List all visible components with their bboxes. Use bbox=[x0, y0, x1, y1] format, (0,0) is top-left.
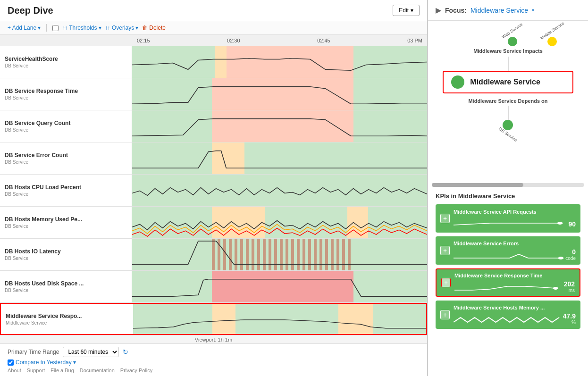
web-service-circle bbox=[508, 37, 517, 46]
footer-link-docs[interactable]: Documentation bbox=[80, 368, 115, 373]
time-label-2: 02:30 bbox=[227, 38, 240, 43]
depends-label: Middleware Service Depends on bbox=[468, 98, 547, 104]
compare-label: Compare to Yesterday bbox=[16, 359, 72, 366]
kpi-card-api-requests[interactable]: + Middleware Service API Requests 90 bbox=[436, 204, 580, 233]
focus-label: Focus: bbox=[445, 7, 467, 14]
lane-row: DB Hosts CPU Load Percent DB Service bbox=[0, 175, 427, 207]
range-select[interactable]: Last 60 minutes bbox=[63, 347, 119, 357]
divider bbox=[46, 24, 47, 32]
lane-label: DB Hosts CPU Load Percent DB Service bbox=[0, 175, 132, 206]
overlays-button[interactable]: ↑ ↑ Overlays ▾ bbox=[105, 25, 139, 31]
lane-name: Middleware Service Respo... bbox=[6, 313, 128, 319]
kpi-content: Middleware Service Errors 0 code bbox=[454, 241, 576, 261]
lane-sub: DB Service bbox=[5, 159, 127, 165]
lane-chart[interactable] bbox=[132, 110, 427, 142]
lane-label: DB Hosts Memory Used Pe... DB Service bbox=[0, 207, 132, 238]
header: Deep Dive Edit ▾ bbox=[0, 0, 427, 21]
lane-chart[interactable] bbox=[132, 239, 427, 270]
lane-chart[interactable] bbox=[132, 46, 427, 78]
lane-chart[interactable] bbox=[132, 142, 427, 174]
lane-row: DB Service Error Count DB Service bbox=[0, 142, 427, 175]
kpi-expand-button[interactable]: + bbox=[440, 246, 450, 255]
time-ruler-top: 02:15 02:30 02:45 03 PM bbox=[0, 35, 427, 46]
refresh-button[interactable]: ↻ bbox=[123, 348, 128, 356]
lane-chart[interactable] bbox=[132, 207, 427, 238]
focus-value[interactable]: Middleware Service bbox=[470, 7, 528, 14]
lane-chart[interactable] bbox=[132, 271, 427, 302]
kpi-content: Middleware Service Response Time 202 ms bbox=[454, 273, 575, 293]
delete-button[interactable]: 🗑 Delete bbox=[142, 25, 166, 31]
svg-point-4 bbox=[553, 287, 558, 290]
chart-area: 02:15 02:30 02:45 03 PM ServiceHealthSco… bbox=[0, 35, 427, 343]
scrollbar-thumb bbox=[432, 183, 523, 187]
lane-sub: DB Service bbox=[5, 224, 127, 229]
kpi-expand-button[interactable]: + bbox=[441, 278, 451, 287]
right-panel: ▶ Focus: Middleware Service ▾ Web Servic… bbox=[428, 0, 588, 376]
kpi-value-block: 90 bbox=[564, 220, 576, 228]
add-lane-button[interactable]: + Add Lane ▾ bbox=[8, 25, 41, 31]
lane-sub: DB Service bbox=[5, 95, 127, 100]
delete-label: Delete bbox=[149, 25, 166, 31]
kpi-name: Middleware Service Hosts Memory ... bbox=[454, 305, 576, 310]
kpi-card-memory[interactable]: + Middleware Service Hosts Memory ... 47… bbox=[436, 301, 580, 329]
trash-icon: 🗑 bbox=[142, 25, 148, 31]
footer-links: About Support File a Bug Documentation P… bbox=[8, 368, 420, 373]
lane-label: DB Service Query Count DB Service bbox=[0, 110, 132, 142]
kpi-unit: code bbox=[565, 256, 576, 261]
time-labels: 02:15 02:30 02:45 03 PM bbox=[132, 38, 427, 43]
main-service-label: Middleware Service bbox=[470, 78, 540, 86]
web-service-node[interactable]: Web Service bbox=[500, 28, 524, 46]
primary-range-row: Primary Time Range Last 60 minutes ↻ bbox=[8, 347, 420, 357]
kpi-value: 0 bbox=[569, 248, 576, 256]
focus-expand-icon[interactable]: ▶ bbox=[436, 6, 441, 15]
main-service-box[interactable]: Middleware Service bbox=[443, 71, 573, 93]
kpi-value-block: 0 code bbox=[565, 248, 576, 261]
time-label-3: 02:45 bbox=[317, 38, 330, 43]
scrollbar[interactable] bbox=[432, 183, 584, 187]
lane-sub: DB Service bbox=[5, 288, 127, 293]
lane-label: Middleware Service Respo... Middleware S… bbox=[1, 304, 133, 334]
kpi-value-area: 90 bbox=[454, 217, 576, 228]
compare-button[interactable]: Compare to Yesterday ▾ bbox=[16, 359, 76, 366]
kpi-sparkline bbox=[454, 250, 565, 261]
lane-label: DB Service Error Count DB Service bbox=[0, 142, 132, 174]
kpi-value-area: 47.9 % bbox=[454, 312, 576, 325]
lane-chart[interactable] bbox=[133, 304, 426, 334]
footer-link-support[interactable]: Support bbox=[27, 368, 45, 373]
footer-link-privacy[interactable]: Privacy Policy bbox=[120, 368, 152, 373]
lane-chart[interactable] bbox=[132, 175, 427, 206]
kpi-expand-button[interactable]: + bbox=[440, 214, 450, 223]
impacts-section: Web Service Mobile Service Middleware Se… bbox=[436, 28, 580, 57]
lane-row: DB Service Query Count DB Service bbox=[0, 110, 427, 142]
thresholds-button[interactable]: ↑ ↑ Thresholds ▾ bbox=[62, 25, 101, 31]
kpi-card-response-time[interactable]: + Middleware Service Response Time 202 m… bbox=[436, 268, 580, 297]
focus-chevron-icon[interactable]: ▾ bbox=[532, 8, 534, 13]
footer-link-bug[interactable]: File a Bug bbox=[50, 368, 74, 373]
time-label-1: 02:15 bbox=[137, 38, 150, 43]
lane-row: DB Hosts IO Latency DB Service bbox=[0, 239, 427, 271]
compare-checkbox[interactable] bbox=[8, 359, 14, 366]
lane-chart[interactable] bbox=[132, 78, 427, 110]
kpi-value: 47.9 bbox=[563, 312, 576, 320]
toolbar-row: ↑ ↑ Thresholds ▾ ↑ ↑ Overlays ▾ 🗑 Delete bbox=[52, 25, 166, 31]
lane-row: ServiceHealthScore DB Service bbox=[0, 46, 427, 78]
lane-label: DB Hosts Used Disk Space ... DB Service bbox=[0, 271, 132, 302]
select-all-checkbox[interactable] bbox=[52, 25, 59, 31]
footer-link-about[interactable]: About bbox=[8, 368, 21, 373]
db-service-node[interactable]: DB Service bbox=[497, 120, 519, 137]
edit-button[interactable]: Edit ▾ bbox=[393, 5, 420, 16]
kpi-value: 90 bbox=[568, 220, 576, 228]
chevron-down-icon: ▾ bbox=[73, 359, 76, 366]
kpi-expand-button[interactable]: + bbox=[440, 310, 450, 319]
kpi-card-errors[interactable]: + Middleware Service Errors 0 code bbox=[436, 236, 580, 265]
kpi-name: Middleware Service Response Time bbox=[454, 273, 575, 278]
kpis-title: KPIs in Middleware Service bbox=[436, 192, 580, 200]
viewport-label: Viewport: 1h 1m bbox=[0, 335, 427, 343]
svg-point-2 bbox=[557, 222, 563, 225]
kpi-content: Middleware Service API Requests 90 bbox=[454, 209, 576, 228]
compare-row: Compare to Yesterday ▾ bbox=[8, 359, 420, 366]
bottom-bar: Primary Time Range Last 60 minutes ↻ Com… bbox=[0, 343, 427, 376]
mobile-service-node[interactable]: Mobile Service bbox=[538, 28, 566, 46]
lane-sub: DB Service bbox=[5, 256, 127, 261]
kpi-name: Middleware Service Errors bbox=[454, 241, 576, 246]
